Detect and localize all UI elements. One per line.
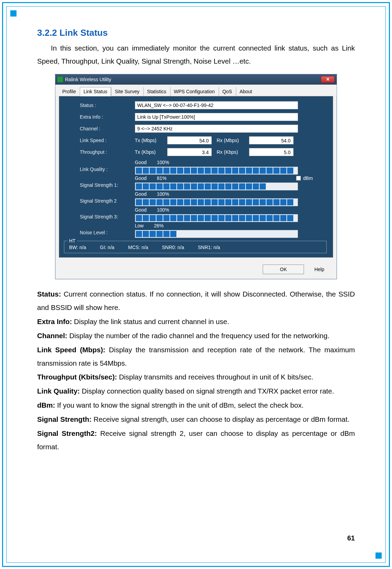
tab-wps[interactable]: WPS Configuration [170, 87, 219, 96]
tab-about[interactable]: About [236, 87, 256, 96]
def-ss-b: Signal Strength: [37, 415, 91, 423]
ss2-bar [135, 198, 298, 206]
rx-mbps-value: 54.0 [249, 136, 294, 144]
throughput-label: Throughput : [80, 149, 135, 155]
quality-rating: Good [135, 160, 146, 165]
def-ss: Receive signal strength, user can choose… [91, 415, 349, 423]
ss3-bar [135, 214, 298, 222]
ht-groupbox: HT BW: n/a GI: n/a MCS: n/a SNR0: n/a SN… [64, 241, 327, 253]
help-link[interactable]: Help [314, 267, 324, 272]
tab-link-status[interactable]: Link Status [80, 87, 111, 96]
definitions: Status: Current connection status. If no… [37, 288, 355, 454]
def-quality: Display connection quality based on sign… [80, 387, 334, 395]
def-ss2-b: Signal Strength2: [37, 429, 97, 437]
tx-kbps-value: 3.4 [167, 148, 212, 156]
ok-button[interactable]: OK [263, 265, 304, 274]
ss2-rating: Good [135, 191, 146, 197]
link-speed-label: Link Speed : [80, 138, 135, 143]
noise-bar [135, 230, 298, 238]
section-heading: 3.2.2 Link Status [37, 28, 355, 38]
def-throughput-b: Throughput (Kbits/sec): [37, 373, 117, 381]
app-icon [57, 77, 63, 82]
status-label: Status : [80, 103, 135, 108]
section-intro-text: In this section, you can immediately mon… [37, 44, 355, 65]
close-icon: ✕ [326, 77, 330, 82]
noise-rating: Low [135, 223, 144, 228]
def-status-b: Status: [37, 290, 61, 298]
ss2-pct: 100% [157, 191, 169, 197]
dialog-title: Ralink Wireless Utility [65, 77, 111, 82]
ss1-pct: 81% [157, 175, 166, 181]
rx-kbps-label: Rx (Kbps) [217, 149, 244, 155]
ht-gi: GI: n/a [100, 245, 115, 250]
def-channel: Display the number of the radio channel … [67, 332, 329, 340]
dialog-titlebar: Ralink Wireless Utility ✕ [55, 74, 337, 85]
ss2-label: Signal Strength 2 [80, 198, 135, 206]
dbm-checkbox[interactable] [296, 176, 301, 181]
tab-body: Status : WLAN_SW <--> 00-07-40-F1-99-42 … [59, 96, 333, 258]
channel-value: 9 <--> 2452 KHz [135, 125, 298, 133]
channel-label: Channel : [80, 126, 135, 131]
ht-legend: HT [68, 238, 77, 244]
rx-mbps-label: Rx (Mbps) [217, 138, 244, 143]
close-button[interactable]: ✕ [321, 76, 335, 83]
def-channel-b: Channel: [37, 332, 67, 340]
ralink-dialog: Ralink Wireless Utility ✕ Profile Link S… [55, 74, 337, 279]
def-extra-b: Extra Info: [37, 318, 72, 325]
corner-notch-tl [10, 10, 17, 17]
noise-pct: 26% [154, 223, 164, 228]
ss3-rating: Good [135, 207, 146, 213]
ss3-pct: 100% [157, 207, 169, 213]
quality-pct: 100% [157, 160, 169, 165]
ht-bw: BW: n/a [69, 245, 86, 250]
noise-label: Noise Level : [80, 230, 135, 238]
page-number: 61 [347, 534, 355, 542]
link-quality-bar [135, 167, 298, 175]
tx-kbps-label: Tx (Kbps) [135, 149, 162, 155]
tx-mbps-label: Tx (Mbps) [135, 138, 162, 143]
def-throughput: Display transmits and receives throughou… [117, 373, 313, 381]
rx-kbps-value: 5.0 [249, 148, 294, 156]
def-linkspeed-b: Link Speed (Mbps): [37, 346, 105, 354]
tx-mbps-value: 54.0 [167, 136, 212, 144]
ss1-rating: Good [135, 175, 146, 181]
tab-strip: Profile Link Status Site Survey Statisti… [55, 85, 337, 96]
def-status: Current connection status. If no connect… [37, 290, 355, 311]
link-quality-label: Link Quality : [80, 167, 135, 175]
dbm-label: dBm [303, 175, 313, 181]
tab-site-survey[interactable]: Site Survey [111, 87, 143, 96]
tab-statistics[interactable]: Statistics [143, 87, 170, 96]
ss3-label: Signal Strength 3: [80, 214, 135, 222]
section-intro: In this section, you can immediately mon… [37, 42, 355, 68]
extra-info-label: Extra Info : [80, 114, 135, 120]
tab-qos[interactable]: QoS [219, 87, 236, 96]
ht-mcs: MCS: n/a [128, 245, 148, 250]
def-quality-b: Link Quality: [37, 387, 80, 395]
ss1-label: Signal Strength 1: [80, 182, 135, 191]
def-dbm-b: dBm: [37, 401, 55, 409]
ss1-bar [135, 182, 298, 191]
status-value: WLAN_SW <--> 00-07-40-F1-99-42 [135, 101, 298, 109]
ht-snr1: SNR1: n/a [198, 245, 220, 250]
extra-info-value: Link is Up [TxPower:100%] [135, 113, 298, 121]
def-dbm: If you want to know the signal strength … [55, 401, 303, 409]
def-extra: Display the link status and current chan… [72, 318, 229, 325]
dialog-footer: OK Help [55, 261, 337, 279]
tab-profile[interactable]: Profile [59, 87, 80, 96]
ht-snr0: SNR0: n/a [162, 245, 184, 250]
corner-notch-br [375, 552, 382, 559]
